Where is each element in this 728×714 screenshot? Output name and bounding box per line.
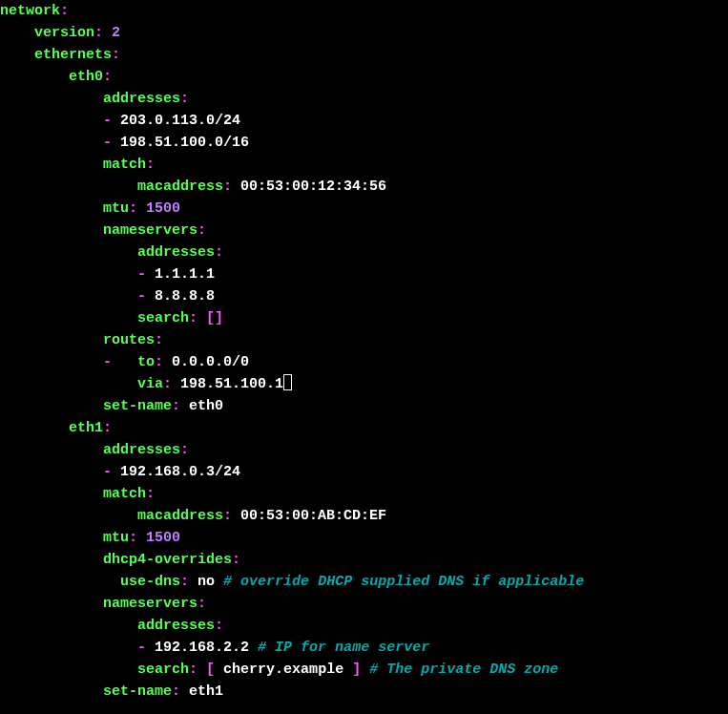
- yaml-key: eth1: [69, 420, 103, 436]
- colon: :: [163, 376, 172, 392]
- yaml-key: version: [34, 25, 94, 41]
- dash: -: [137, 288, 146, 304]
- yaml-key: addresses: [137, 244, 215, 261]
- dash: -: [103, 113, 112, 129]
- yaml-key: routes: [103, 332, 155, 348]
- yaml-key: network: [0, 3, 60, 19]
- yaml-key: addresses: [137, 618, 215, 634]
- colon: :: [180, 574, 189, 590]
- yaml-key: set-name: [103, 683, 172, 700]
- yaml-comment: # IP for name server: [258, 640, 429, 656]
- yaml-key: search: [137, 310, 189, 326]
- colon: :: [146, 486, 155, 502]
- yaml-number: 1500: [146, 200, 180, 217]
- yaml-key: set-name: [103, 398, 172, 414]
- yaml-key: dhcp4-overrides: [103, 552, 232, 568]
- yaml-value: cherry.example: [223, 662, 343, 678]
- cursor-icon: [283, 374, 292, 390]
- yaml-value: eth0: [189, 398, 223, 414]
- yaml-key: to: [137, 354, 155, 370]
- colon: :: [215, 618, 223, 634]
- yaml-code-block: network: version: 2 ethernets: eth0: add…: [0, 0, 728, 703]
- colon: :: [146, 157, 155, 173]
- yaml-comment: # override DHCP supplied DNS if applicab…: [223, 574, 584, 590]
- yaml-value: 8.8.8.8: [155, 288, 215, 304]
- yaml-value: 198.51.100.0/16: [120, 135, 249, 151]
- colon: :: [189, 662, 198, 678]
- colon: :: [155, 354, 163, 370]
- colon: :: [180, 91, 189, 107]
- yaml-value: 00:53:00:AB:CD:EF: [240, 508, 386, 524]
- yaml-value: 203.0.113.0/24: [120, 113, 240, 129]
- dash: -: [137, 266, 146, 283]
- yaml-key: match: [103, 157, 146, 173]
- colon: :: [232, 552, 240, 568]
- colon: :: [223, 508, 232, 524]
- yaml-comment: # The private DNS zone: [369, 662, 558, 678]
- yaml-key: via: [137, 376, 163, 392]
- dash: -: [103, 354, 112, 370]
- yaml-key: macaddress: [137, 508, 223, 524]
- colon: :: [172, 683, 180, 700]
- yaml-number: 2: [112, 25, 120, 41]
- dash: -: [137, 640, 146, 656]
- yaml-value: no: [198, 574, 215, 590]
- yaml-key: nameservers: [103, 222, 198, 239]
- colon: :: [180, 442, 189, 458]
- yaml-number: 1500: [146, 530, 180, 546]
- yaml-key: addresses: [103, 442, 180, 458]
- colon: :: [189, 310, 198, 326]
- colon: :: [129, 530, 137, 546]
- yaml-key: addresses: [103, 91, 180, 107]
- yaml-value: eth1: [189, 683, 223, 700]
- yaml-key: eth0: [69, 69, 103, 85]
- yaml-key: mtu: [103, 200, 129, 217]
- colon: :: [223, 178, 232, 195]
- colon: :: [198, 596, 206, 612]
- yaml-key: mtu: [103, 530, 129, 546]
- yaml-key: nameservers: [103, 596, 198, 612]
- colon: :: [198, 222, 206, 239]
- bracket: ]: [352, 662, 361, 678]
- dash: -: [103, 464, 112, 480]
- yaml-key: search: [137, 662, 189, 678]
- yaml-value: 192.168.0.3/24: [120, 464, 240, 480]
- yaml-key: use-dns: [120, 574, 180, 590]
- dash: -: [103, 135, 112, 151]
- yaml-value: 192.168.2.2: [155, 640, 249, 656]
- colon: :: [103, 420, 112, 436]
- yaml-key: match: [103, 486, 146, 502]
- yaml-value: 1.1.1.1: [155, 266, 215, 283]
- bracket: [: [206, 662, 215, 678]
- yaml-value: 0.0.0.0/0: [172, 354, 249, 370]
- colon: :: [60, 3, 69, 19]
- colon: :: [129, 200, 137, 217]
- yaml-value: 00:53:00:12:34:56: [240, 178, 386, 195]
- colon: :: [172, 398, 180, 414]
- yaml-key: ethernets: [34, 47, 112, 63]
- brackets: []: [206, 310, 223, 326]
- colon: :: [94, 25, 103, 41]
- yaml-key: macaddress: [137, 178, 223, 195]
- yaml-value: 198.51.100.1: [180, 376, 283, 392]
- colon: :: [112, 47, 120, 63]
- colon: :: [103, 69, 112, 85]
- colon: :: [215, 244, 223, 261]
- colon: :: [155, 332, 163, 348]
